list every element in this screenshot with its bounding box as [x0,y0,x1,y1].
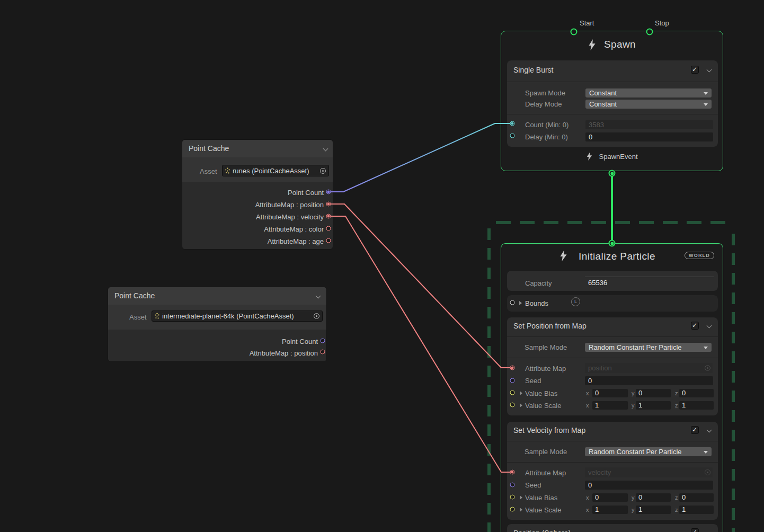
expander-icon[interactable] [520,508,522,512]
port-value-bias-input[interactable] [510,391,515,395]
axis-x-label: x [586,493,589,502]
port-attributemap-color-output[interactable] [326,226,331,231]
node-header[interactable]: Point Cache [108,287,326,305]
object-picker-icon [705,365,710,371]
divider [507,358,718,358]
port-point-count-output[interactable] [326,190,331,194]
flow-port-stop[interactable] [646,29,653,36]
port-seed-input[interactable] [510,483,515,487]
value-scale-y-field[interactable]: 1 [636,401,671,410]
vfx-graph-canvas[interactable]: Start Stop Spawn Single Burst Spawn Mode… [0,0,764,532]
value-bias-x-field[interactable]: 0 [592,389,628,397]
expander-icon[interactable] [520,391,522,395]
value-bias-y-field[interactable]: 0 [636,389,671,397]
set-velocity-from-map-block[interactable]: Set Velocity from Map Sample Mode Random… [507,422,718,520]
port-attributemap-age-output[interactable] [326,238,331,243]
sample-mode-dropdown[interactable]: Random Constant Per Particle [585,343,712,352]
port-bounds-input[interactable] [510,300,515,305]
edge-point-count-to-count[interactable] [328,123,512,192]
object-picker-icon[interactable] [320,168,326,174]
single-burst-block[interactable]: Single Burst Spawn Mode Constant Delay M… [507,60,718,147]
seed-field[interactable]: 0 [585,481,713,490]
asset-object-field[interactable]: runes (PointCacheAsset) [222,165,329,176]
lightning-icon [559,250,567,261]
port-value-scale-input[interactable] [510,403,515,407]
divider [507,82,718,82]
initialize-particle-node[interactable]: Initialize Particle WORLD Capacity 65536… [501,243,723,532]
flow-port-spawn-out[interactable] [609,170,616,177]
capacity-label: Capacity [525,279,552,288]
block-enabled-checkbox[interactable] [691,426,699,434]
expander-icon[interactable] [520,495,522,500]
node-title: Point Cache [114,291,155,300]
flow-port-start[interactable] [571,29,578,36]
value-bias-z-field[interactable]: 0 [679,389,714,397]
node-header[interactable]: Point Cache [182,140,333,157]
flow-port-initialize-in[interactable] [609,240,616,247]
delay-mode-label: Delay Mode [525,100,562,109]
capacity-field-rule [585,277,714,277]
sample-mode-dropdown[interactable]: Random Constant Per Particle [585,447,712,456]
lightning-icon [587,152,592,161]
asset-label: Asset [129,313,147,322]
capacity-value[interactable]: 65536 [588,279,607,287]
chevron-down-icon[interactable] [707,324,711,328]
spawn-mode-dropdown[interactable]: Constant [585,88,712,97]
divider [507,462,718,463]
port-attributemap-position-output[interactable] [326,202,331,207]
expander-icon[interactable] [520,403,522,407]
port-attributemap-position-output[interactable] [321,350,325,354]
block-enabled-checkbox[interactable] [691,528,699,532]
port-count-input[interactable] [510,121,515,126]
value-bias-x-field[interactable]: 0 [592,493,628,502]
block-enabled-checkbox[interactable] [691,322,699,330]
object-picker-icon[interactable] [314,313,319,319]
value-scale-label: Value Scale [525,506,561,515]
port-seed-input[interactable] [510,378,515,383]
asset-row: Asset intermediate-planet-64k (PointCach… [108,305,326,330]
port-value-scale-input[interactable] [510,507,515,512]
delay-field[interactable]: 0 [585,132,713,141]
port-attribute-map-input[interactable] [510,366,515,370]
chevron-down-icon[interactable] [707,68,711,72]
chevron-down-icon[interactable] [323,147,327,151]
axis-y-label: y [632,401,635,410]
bounds-space-badge[interactable]: L [571,297,580,306]
output-point-count-label: Point Count [282,337,318,346]
axis-y-label: y [632,506,635,514]
set-position-from-map-block[interactable]: Set Position from Map Sample Mode Random… [507,317,718,415]
asset-object-field[interactable]: intermediate-planet-64k (PointCacheAsset… [152,311,323,322]
edge-velocity-map[interactable] [328,216,512,472]
seed-field[interactable]: 0 [585,376,713,385]
divider [507,114,718,114]
asset-label: Asset [200,167,217,176]
port-delay-input[interactable] [510,134,515,138]
seed-label: Seed [525,376,541,385]
value-scale-x-field[interactable]: 1 [592,506,628,514]
count-field: 3583 [585,120,713,129]
value-scale-z-field[interactable]: 1 [679,401,714,410]
chevron-down-icon[interactable] [707,428,711,432]
point-cache-node-planet[interactable]: Point Cache Asset intermediate-planet-64… [108,287,327,362]
attribute-map-label: Attribute Map [525,468,566,477]
port-attribute-map-input[interactable] [510,470,515,475]
point-cache-node-runes[interactable]: Point Cache Asset runes (PointCacheAsset… [182,139,333,250]
port-point-count-output[interactable] [321,339,325,343]
port-attributemap-velocity-output[interactable] [326,214,331,219]
edge-position-map[interactable] [328,204,512,368]
world-space-badge[interactable]: WORLD [685,252,714,259]
value-bias-z-field[interactable]: 0 [679,493,714,502]
value-scale-z-field[interactable]: 1 [679,506,714,514]
single-burst-enabled-checkbox[interactable] [691,66,699,74]
delay-mode-dropdown[interactable]: Constant [585,100,712,109]
block-title: Set Position from Map [513,322,587,330]
expander-icon[interactable] [519,301,522,305]
axis-x-label: x [586,401,589,410]
value-scale-y-field[interactable]: 1 [636,506,671,514]
position-sphere-block[interactable]: Position (Sphere) [507,524,718,532]
spawn-node[interactable]: Spawn Single Burst Spawn Mode Constant D… [501,31,723,171]
value-bias-y-field[interactable]: 0 [636,493,671,502]
chevron-down-icon[interactable] [316,294,320,298]
port-value-bias-input[interactable] [510,495,515,500]
value-scale-x-field[interactable]: 1 [592,401,628,410]
